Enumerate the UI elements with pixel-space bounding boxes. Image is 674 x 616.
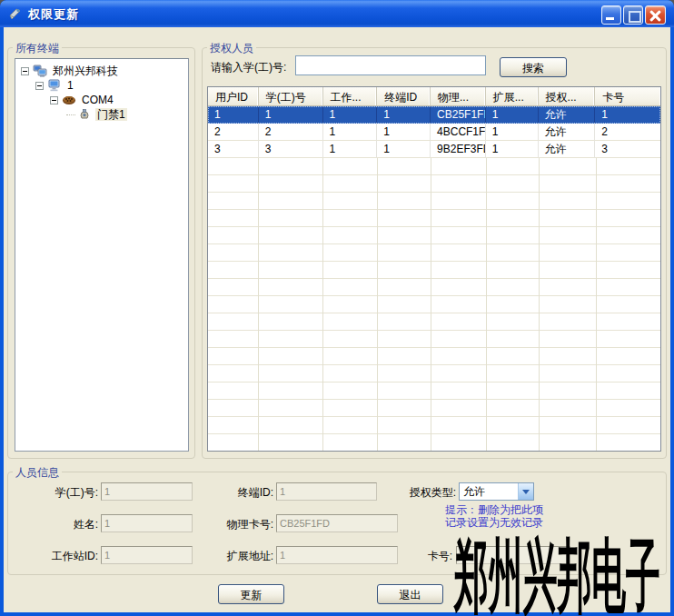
student-id-label: 学(工)号: (7, 485, 98, 501)
cell-user-id: 1 (208, 106, 259, 124)
column-header-user-id[interactable]: 用户ID (208, 87, 259, 105)
search-button[interactable]: 搜索 (500, 57, 567, 77)
terminal-tree: 郑州兴邦科技 1 COM4 (15, 58, 189, 452)
table-row[interactable]: 1 1 1 1 CB25F1FD 1 允许 1 (208, 106, 660, 124)
watermark-text: 郑州兴邦电子 (454, 522, 660, 616)
cell-auth: 允许 (539, 106, 596, 124)
cell-terminal-id: 1 (377, 141, 431, 158)
hint-line-1: 提示：删除为把此项 (445, 503, 543, 516)
cell-physical-card: 9B2EF3FD (431, 141, 486, 158)
computer-icon (47, 78, 62, 93)
tree-item-label: 1 (65, 79, 75, 92)
tree-item-door1[interactable]: 门禁1 (66, 107, 127, 122)
tree-item-controller[interactable]: 1 (35, 78, 75, 93)
tree-item-com4[interactable]: COM4 (50, 93, 115, 107)
name-label: 姓名: (7, 517, 98, 532)
chevron-down-icon[interactable] (518, 483, 533, 500)
cell-auth: 允许 (539, 141, 596, 158)
terminal-id-field (276, 482, 377, 501)
column-header-workstation[interactable]: 工作... (323, 87, 378, 105)
empty-grid (208, 158, 660, 451)
workstation-id-label: 工作站ID: (7, 549, 98, 564)
cell-ext: 1 (486, 106, 539, 124)
cell-user-id: 3 (208, 141, 259, 158)
cell-student-id: 1 (259, 106, 323, 124)
cell-student-id: 3 (259, 141, 323, 158)
auth-type-label: 授权类型: (389, 485, 456, 501)
ext-address-field (276, 546, 398, 564)
cell-physical-card: CB25F1FD (431, 106, 486, 124)
physical-card-label: 物理卡号: (207, 517, 273, 532)
table-header-row: 用户ID 学(工)号 工作... 终端ID 物理... 扩展... 授权... … (208, 87, 660, 106)
minimize-button[interactable] (601, 5, 621, 25)
workstation-id-field (101, 546, 193, 564)
auth-type-dropdown[interactable]: 允许 (459, 482, 534, 501)
close-button[interactable] (645, 5, 666, 25)
terminal-id-label: 终端ID: (218, 485, 273, 501)
table-row[interactable]: 3 3 1 1 9B2EF3FD 1 允许 3 (208, 141, 660, 158)
authorized-group-title: 授权人员 (207, 41, 256, 56)
cell-card-no: 3 (595, 141, 660, 158)
search-input[interactable] (295, 55, 486, 75)
cell-card-no: 1 (595, 106, 660, 124)
tree-item-label: 郑州兴邦科技 (51, 65, 120, 77)
app-icon (8, 6, 23, 21)
cell-workstation: 1 (323, 106, 378, 124)
student-id-field (101, 482, 193, 501)
cell-workstation: 1 (323, 141, 378, 158)
tree-item-company[interactable]: 郑州兴邦科技 (21, 64, 120, 78)
authorized-table: 用户ID 学(工)号 工作... 终端ID 物理... 扩展... 授权... … (207, 86, 661, 452)
cell-physical-card: 4BCCF1FD (431, 124, 486, 141)
cell-terminal-id: 1 (377, 124, 431, 141)
search-label: 请输入学(工)号: (211, 60, 286, 75)
cell-workstation: 1 (323, 124, 378, 141)
cell-ext: 1 (486, 141, 539, 158)
terminals-group-title: 所有终端 (13, 41, 62, 56)
collapse-icon[interactable] (35, 82, 44, 90)
permission-update-window: 权限更新 所有终端 郑州兴邦科技 (0, 0, 674, 616)
ext-address-label: 扩展地址: (207, 549, 273, 564)
column-header-student-id[interactable]: 学(工)号 (259, 87, 323, 105)
table-row[interactable]: 2 2 1 1 4BCCF1FD 1 允许 2 (208, 124, 660, 141)
column-header-card-no[interactable]: 卡号 (595, 87, 660, 105)
cell-student-id: 2 (259, 124, 323, 141)
column-header-physical-card[interactable]: 物理... (431, 87, 486, 105)
cell-auth: 允许 (539, 124, 596, 141)
column-header-terminal-id[interactable]: 终端ID (377, 87, 431, 105)
collapse-icon[interactable] (21, 67, 29, 75)
exit-button[interactable]: 退出 (377, 584, 443, 604)
door-reader-icon (77, 107, 92, 122)
tree-connector (66, 114, 75, 115)
card-no-label: 卡号: (398, 549, 452, 564)
com-port-icon (62, 93, 76, 107)
tree-item-label: 门禁1 (95, 108, 127, 121)
auth-type-selected-value: 允许 (460, 483, 518, 500)
name-field (101, 514, 193, 532)
update-button[interactable]: 更新 (218, 584, 284, 604)
cell-card-no: 2 (595, 124, 660, 141)
person-group-title: 人员信息 (13, 465, 62, 481)
maximize-button[interactable] (623, 5, 643, 25)
column-header-ext[interactable]: 扩展... (486, 87, 539, 105)
cell-terminal-id: 1 (377, 106, 431, 124)
cell-ext: 1 (486, 124, 539, 141)
collapse-icon[interactable] (50, 96, 58, 104)
titlebar: 权限更新 (0, 0, 674, 27)
cell-user-id: 2 (208, 124, 259, 141)
physical-card-field (276, 514, 398, 532)
tree-item-label: COM4 (80, 94, 115, 106)
network-computer-icon (33, 64, 47, 78)
column-header-auth[interactable]: 授权... (539, 87, 596, 105)
window-title: 权限更新 (28, 6, 79, 23)
